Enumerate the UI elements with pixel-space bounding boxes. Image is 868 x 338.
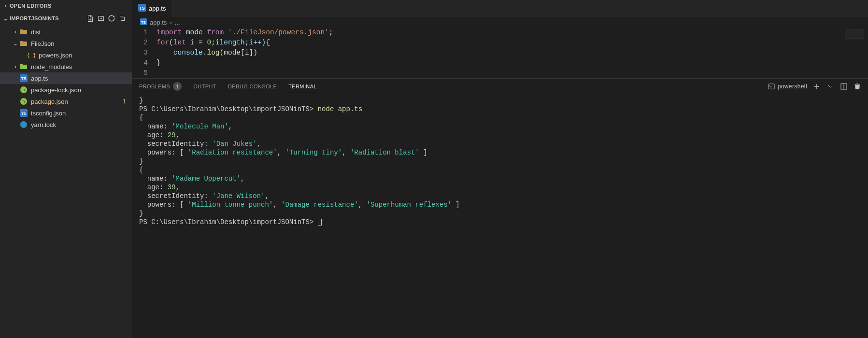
line-gutter: 12345 <box>132 28 157 78</box>
chevron-right-icon: › <box>12 28 19 35</box>
npm-icon: n <box>19 85 28 94</box>
shell-name: powershell <box>778 83 807 90</box>
problems-count-badge: 1 <box>173 82 182 91</box>
tab-app-ts[interactable]: TS app.ts <box>132 0 172 17</box>
open-editors-header[interactable]: › OPEN EDITORS <box>0 0 132 12</box>
shell-selector[interactable]: powershell <box>768 83 807 90</box>
terminal-dropdown-icon[interactable] <box>826 83 834 90</box>
chevron-down-icon: ⌄ <box>2 15 10 22</box>
svg-rect-14 <box>768 84 774 89</box>
new-terminal-icon[interactable] <box>813 83 821 90</box>
collapse-all-icon[interactable] <box>118 14 126 22</box>
panel-tab-problems[interactable]: PROBLEMS 1 <box>139 80 182 93</box>
tree-item-label: node_modules <box>31 63 132 70</box>
code-editor[interactable]: 12345 import mode from './FileJson/power… <box>132 28 868 78</box>
svg-text:n: n <box>23 88 25 92</box>
main-area: TS app.ts TS app.ts › ... 12345 import m… <box>132 0 868 338</box>
file-app-ts[interactable]: TSapp.ts <box>0 72 132 84</box>
new-file-icon[interactable] <box>86 14 94 22</box>
svg-point-9 <box>20 121 27 128</box>
kill-terminal-icon[interactable] <box>854 83 861 90</box>
folder-node_modules[interactable]: ›node_modules <box>0 61 132 72</box>
svg-text:n: n <box>23 99 25 104</box>
tree-item-label: app.ts <box>31 75 132 82</box>
svg-text:TS: TS <box>139 6 145 11</box>
tree-item-label: package-lock.json <box>31 86 132 94</box>
svg-text:{ }: { } <box>28 52 35 58</box>
npm-icon: n <box>19 97 28 106</box>
file-tsconfig-json[interactable]: TStsconfig.json <box>0 107 132 119</box>
new-folder-icon[interactable] <box>97 14 105 22</box>
svg-text:TS: TS <box>22 112 26 115</box>
file-package-json[interactable]: npackage.json1 <box>0 96 132 107</box>
sidebar: › OPEN EDITORS ⌄ IMPORTJSONINTS ›dist⌄Fi… <box>0 0 132 338</box>
tree-item-label: dist <box>31 28 132 36</box>
tree-item-label: FileJson <box>31 40 132 47</box>
split-terminal-icon[interactable] <box>840 83 848 90</box>
chevron-right-icon: › <box>12 63 19 70</box>
panel-tab-terminal[interactable]: TERMINAL <box>288 81 317 92</box>
ts-icon: TS <box>140 18 147 27</box>
file-powers-json[interactable]: { }powers.json <box>0 49 132 61</box>
svg-text:TS: TS <box>141 20 146 24</box>
ts-icon: TS <box>138 4 146 13</box>
file-tree: ›dist⌄FileJson{ }powers.json›node_module… <box>0 25 132 131</box>
panel-tab-bar: PROBLEMS 1 OUTPUT DEBUG CONSOLE TERMINAL… <box>132 79 868 94</box>
code-content[interactable]: import mode from './FileJson/powers.json… <box>157 28 868 78</box>
file-package-lock-json[interactable]: npackage-lock.json <box>0 84 132 96</box>
folder-dist[interactable]: ›dist <box>0 26 132 38</box>
terminal-icon <box>768 83 775 90</box>
folder-green-icon <box>19 62 28 71</box>
panel-tab-debug[interactable]: DEBUG CONSOLE <box>228 81 277 92</box>
chevron-right-icon: › <box>2 3 10 9</box>
panel-tab-label: DEBUG CONSOLE <box>228 84 277 89</box>
minimap[interactable] <box>845 29 864 39</box>
yarn-icon <box>19 120 28 129</box>
folder-filejson[interactable]: ⌄FileJson <box>0 38 132 49</box>
panel-tab-label: OUTPUT <box>193 84 216 89</box>
tree-item-label: package.json <box>31 98 123 105</box>
tab-bar: TS app.ts <box>132 0 868 17</box>
open-editors-label: OPEN EDITORS <box>10 3 52 9</box>
ts-icon: TS <box>19 74 28 83</box>
svg-text:TS: TS <box>21 76 27 81</box>
json-braces-icon: { } <box>27 51 36 59</box>
folder-icon <box>19 28 28 36</box>
modified-badge: 1 <box>123 98 132 105</box>
tsconfig-icon: TS <box>19 109 28 117</box>
breadcrumb[interactable]: TS app.ts › ... <box>132 17 868 28</box>
panel-tab-label: PROBLEMS <box>139 84 170 89</box>
refresh-icon[interactable] <box>108 14 115 22</box>
tree-item-label: tsconfig.json <box>31 110 132 117</box>
tree-item-label: yarn.lock <box>31 121 132 128</box>
chevron-down-icon: ⌄ <box>12 40 19 47</box>
panel-tab-label: TERMINAL <box>288 84 317 89</box>
folder-icon <box>19 39 28 48</box>
project-label: IMPORTJSONINTS <box>10 15 59 21</box>
panel-tab-output[interactable]: OUTPUT <box>193 81 216 92</box>
terminal-output[interactable]: } PS C:\Users\Ibrahim\Desktop\importJSON… <box>132 94 868 338</box>
breadcrumb-sep: › <box>170 19 171 26</box>
breadcrumb-trail: ... <box>175 19 180 26</box>
tab-label: app.ts <box>149 5 166 12</box>
project-header[interactable]: ⌄ IMPORTJSONINTS <box>0 12 132 25</box>
tree-item-label: powers.json <box>39 52 132 59</box>
file-yarn-lock[interactable]: yarn.lock <box>0 119 132 130</box>
bottom-panel: PROBLEMS 1 OUTPUT DEBUG CONSOLE TERMINAL… <box>132 78 868 338</box>
breadcrumb-file: app.ts <box>150 19 167 26</box>
